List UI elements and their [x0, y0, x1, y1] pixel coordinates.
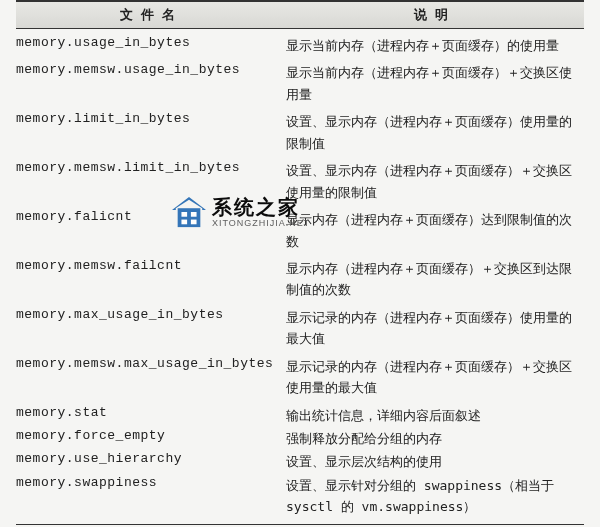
- table-bottom-border: [16, 524, 584, 525]
- filename-cell: memory.limit_in_bytes: [16, 111, 286, 126]
- watermark-text: 系统之家 XITONGZHIJIA.NET: [212, 197, 310, 228]
- svg-rect-4: [181, 220, 187, 225]
- filename-cell: memory.use_hierarchy: [16, 451, 286, 466]
- description-cell: 显示当前内存（进程内存＋页面缓存）＋交换区使用量: [286, 62, 584, 105]
- table-row: memory.stat 输出统计信息，详细内容后面叙述: [16, 405, 584, 426]
- table-row: memory.swappiness 设置、显示针对分组的 swappiness（…: [16, 475, 584, 518]
- table-row: memory.usage_in_bytes 显示当前内存（进程内存＋页面缓存）的…: [16, 35, 584, 56]
- description-cell: 强制释放分配给分组的内存: [286, 428, 584, 449]
- filename-cell: memory.swappiness: [16, 475, 286, 490]
- svg-rect-1: [178, 208, 201, 227]
- svg-rect-3: [191, 212, 197, 217]
- description-cell: 输出统计信息，详细内容后面叙述: [286, 405, 584, 426]
- table-header-row: 文件名 说明: [16, 0, 584, 29]
- house-icon: [170, 195, 208, 229]
- svg-marker-0: [172, 197, 206, 210]
- filename-cell: memory.usage_in_bytes: [16, 35, 286, 50]
- table-row: memory.max_usage_in_bytes 显示记录的内存（进程内存＋页…: [16, 307, 584, 350]
- description-cell: 设置、显示针对分组的 swappiness（相当于 sysctl 的 vm.sw…: [286, 475, 584, 518]
- table-container: 文件名 说明 memory.usage_in_bytes 显示当前内存（进程内存…: [0, 0, 600, 525]
- filename-cell: memory.force_empty: [16, 428, 286, 443]
- header-filename: 文件名: [16, 6, 286, 24]
- watermark-title: 系统之家: [212, 197, 310, 217]
- header-description: 说明: [286, 6, 584, 24]
- description-cell: 设置、显示内存（进程内存＋页面缓存）使用量的限制值: [286, 111, 584, 154]
- svg-rect-5: [191, 220, 197, 225]
- description-cell: 显示内存（进程内存＋页面缓存）＋交换区到达限制值的次数: [286, 258, 584, 301]
- table-row: memory.memsw.usage_in_bytes 显示当前内存（进程内存＋…: [16, 62, 584, 105]
- description-cell: 设置、显示层次结构的使用: [286, 451, 584, 472]
- table-row: memory.memsw.failcnt 显示内存（进程内存＋页面缓存）＋交换区…: [16, 258, 584, 301]
- table-row: memory.use_hierarchy 设置、显示层次结构的使用: [16, 451, 584, 472]
- filename-cell: memory.memsw.failcnt: [16, 258, 286, 273]
- filename-cell: memory.memsw.max_usage_in_bytes: [16, 356, 286, 371]
- watermark: 系统之家 XITONGZHIJIA.NET: [170, 195, 310, 229]
- description-cell: 设置、显示内存（进程内存＋页面缓存）＋交换区使用量的限制值: [286, 160, 584, 203]
- filename-cell: memory.memsw.limit_in_bytes: [16, 160, 286, 175]
- table-row: memory.limit_in_bytes 设置、显示内存（进程内存＋页面缓存）…: [16, 111, 584, 154]
- svg-rect-2: [181, 212, 187, 217]
- description-cell: 显示记录的内存（进程内存＋页面缓存）＋交换区使用量的最大值: [286, 356, 584, 399]
- filename-cell: memory.stat: [16, 405, 286, 420]
- filename-cell: memory.max_usage_in_bytes: [16, 307, 286, 322]
- filename-cell: memory.memsw.usage_in_bytes: [16, 62, 286, 77]
- description-cell: 显示当前内存（进程内存＋页面缓存）的使用量: [286, 35, 584, 56]
- table-row: memory.memsw.max_usage_in_bytes 显示记录的内存（…: [16, 356, 584, 399]
- table-row: memory.force_empty 强制释放分配给分组的内存: [16, 428, 584, 449]
- description-cell: 显示内存（进程内存＋页面缓存）达到限制值的次数: [286, 209, 584, 252]
- table-body: memory.usage_in_bytes 显示当前内存（进程内存＋页面缓存）的…: [16, 29, 584, 518]
- description-cell: 显示记录的内存（进程内存＋页面缓存）使用量的最大值: [286, 307, 584, 350]
- watermark-url: XITONGZHIJIA.NET: [212, 219, 310, 228]
